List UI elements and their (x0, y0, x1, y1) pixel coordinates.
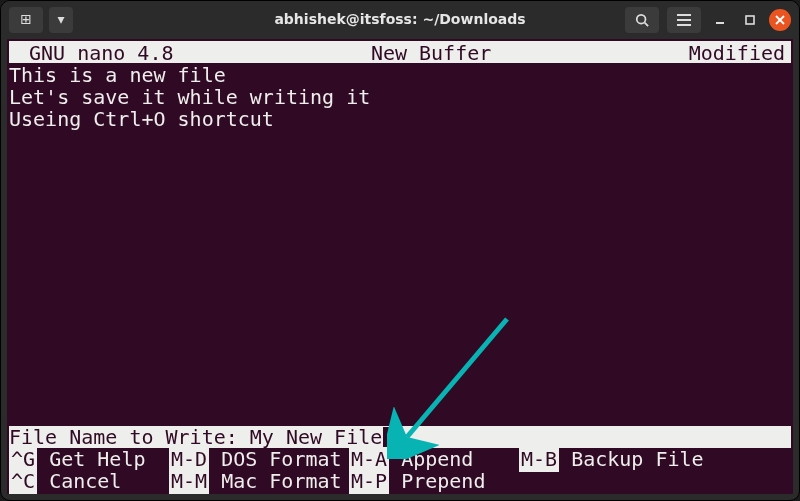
shortcut-key: M-M (169, 469, 209, 494)
window-titlebar: ⊞ ▾ abhishek@itsfoss: ~/Downloads (1, 1, 799, 39)
shortcut-label: Cancel (37, 469, 121, 494)
filename-prompt[interactable]: File Name to Write: My_New_File (9, 426, 791, 448)
terminal-viewport[interactable]: GNU nano 4.8 New Buffer Modified This is… (7, 39, 793, 494)
editor-line: Useing Ctrl+O shortcut (9, 107, 791, 129)
nano-bottom-section: File Name to Write: My_New_File ^G Get H… (9, 426, 791, 492)
shortcut-label: Prepend (389, 469, 485, 494)
shortcut-row: ^C Cancel M-M Mac Format M-P Prepend (9, 470, 791, 492)
window-title: abhishek@itsfoss: ~/Downloads (1, 11, 799, 29)
shortcut-backup-file[interactable]: M-B Backup File (519, 448, 719, 470)
editor-line: Let's save it while writing it (9, 85, 791, 107)
editor-line: This is a new file (9, 63, 791, 85)
shortcut-cancel[interactable]: ^C Cancel (9, 470, 169, 492)
shortcut-append[interactable]: M-A Append (349, 448, 519, 470)
shortcut-dos-format[interactable]: M-D DOS Format (169, 448, 349, 470)
shortcut-label: Backup File (559, 447, 704, 472)
nano-header: GNU nano 4.8 New Buffer Modified (9, 41, 791, 63)
shortcut-key: M-B (519, 447, 559, 472)
nano-app-name: GNU nano 4.8 (9, 41, 174, 63)
shortcut-get-help[interactable]: ^G Get Help (9, 448, 169, 470)
shortcut-prepend[interactable]: M-P Prepend (349, 470, 519, 492)
shortcut-key: ^C (9, 469, 37, 494)
text-cursor (383, 427, 393, 447)
shortcut-mac-format[interactable]: M-M Mac Format (169, 470, 349, 492)
shortcut-row: ^G Get Help M-D DOS Format M-A Append M-… (9, 448, 791, 470)
shortcut-empty (519, 470, 719, 492)
terminal-window: ⊞ ▾ abhishek@itsfoss: ~/Downloads (0, 0, 800, 501)
nano-buffer-name: New Buffer (174, 41, 689, 63)
editor-blank-area (9, 129, 791, 429)
shortcut-key: M-P (349, 469, 389, 494)
nano-status: Modified (689, 41, 791, 63)
shortcut-label: Mac Format (209, 469, 341, 494)
